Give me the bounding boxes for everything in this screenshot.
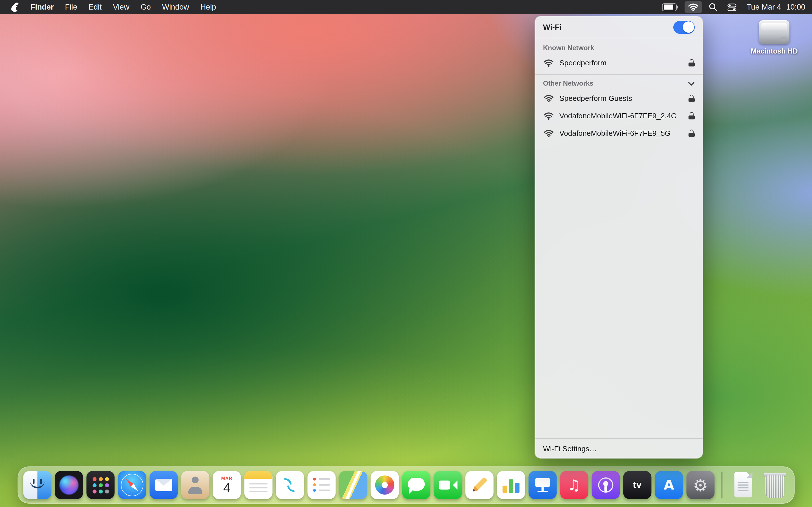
- clock-time: 10:00: [786, 3, 805, 11]
- menu-bar-left: FinderFileEditViewGoWindowHelp: [7, 0, 221, 14]
- music-note-icon: ♫: [560, 471, 589, 499]
- video-camera-icon: [453, 481, 458, 490]
- dock-item-document[interactable]: [729, 471, 757, 499]
- tv-icon: tv: [623, 471, 652, 499]
- other-networks-header[interactable]: Other Networks: [535, 75, 703, 90]
- chevron-down-icon: [688, 78, 695, 89]
- app-menus: FinderFileEditViewGoWindowHelp: [24, 0, 221, 14]
- dock-item-contacts[interactable]: [181, 471, 209, 499]
- wifi-title-row: Wi-Fi: [535, 16, 703, 38]
- other-networks-label: Other Networks: [543, 79, 594, 87]
- dock-item-keynote[interactable]: [529, 471, 557, 499]
- menu-bar: FinderFileEditViewGoWindowHelp Tue Mar 4…: [0, 0, 812, 14]
- network-name: VodafoneMobileWiFi-6F7FE9_5G: [559, 129, 670, 137]
- siri-orb-icon: [59, 475, 79, 495]
- lock-icon: [689, 129, 695, 137]
- dock-item-facetime[interactable]: [434, 471, 462, 499]
- battery-nub: [677, 5, 678, 8]
- dock-item-appstore[interactable]: A: [655, 471, 683, 499]
- dock-item-settings[interactable]: ⚙: [687, 471, 715, 499]
- dock-item-messages[interactable]: [402, 471, 430, 499]
- dock-item-pages[interactable]: [465, 471, 494, 499]
- network-row-speedperform-guests[interactable]: Speedperform Guests: [535, 90, 703, 107]
- spotlight-search-icon[interactable]: [705, 1, 721, 13]
- color-pinwheel-icon: [382, 482, 388, 488]
- lock-icon: [689, 59, 695, 66]
- apple-logo-icon[interactable]: [10, 2, 19, 12]
- network-row-vodafonemobilewifi-6f7fe9-2-4g[interactable]: VodafoneMobileWiFi-6F7FE9_2.4G: [535, 107, 703, 124]
- trash-basket-icon: [765, 475, 784, 498]
- known-network-header: Known Network: [535, 38, 703, 54]
- toggle-knob-icon: [682, 21, 694, 33]
- dock-item-notes[interactable]: [245, 471, 273, 499]
- dock-item-mail[interactable]: [150, 471, 178, 499]
- dock-item-podcasts[interactable]: [592, 471, 620, 499]
- macos-desktop: FinderFileEditViewGoWindowHelp Tue Mar 4…: [0, 0, 812, 507]
- map-icon: [345, 471, 361, 499]
- wifi-icon: [543, 59, 554, 67]
- network-row-speedperform[interactable]: Speedperform: [535, 54, 703, 71]
- dock-item-siri[interactable]: [55, 471, 83, 499]
- menu-item-help[interactable]: Help: [195, 3, 222, 11]
- menu-item-finder[interactable]: Finder: [25, 3, 59, 11]
- menu-item-view[interactable]: View: [107, 3, 135, 11]
- dock-item-finder[interactable]: [23, 471, 52, 499]
- menu-item-window[interactable]: Window: [156, 3, 195, 11]
- dock-divider: [721, 471, 722, 499]
- wifi-icon: [543, 129, 554, 137]
- known-network-list: Speedperform: [535, 54, 703, 71]
- dock-item-maps[interactable]: [339, 471, 367, 499]
- dock-item-freeform[interactable]: [276, 471, 304, 499]
- dock-item-safari[interactable]: [118, 471, 146, 499]
- network-row-vodafonemobilewifi-6f7fe9-5g[interactable]: VodafoneMobileWiFi-6F7FE9_5G: [535, 124, 703, 142]
- calendar-page-icon: 4: [223, 481, 231, 495]
- person-silhouette-icon: [192, 476, 199, 483]
- pen-icon: [471, 477, 488, 493]
- dock-item-numbers[interactable]: [497, 471, 525, 499]
- wifi-settings-label: Wi-Fi Settings…: [543, 444, 597, 453]
- envelope-icon: [155, 479, 172, 491]
- desktop-volume-macintosh-hd[interactable]: Macintosh HD: [748, 20, 800, 55]
- dock-item-calendar[interactable]: MAR4: [213, 471, 241, 499]
- dock: MAR4♫tvA⚙: [18, 466, 795, 504]
- dock-item-music[interactable]: ♫: [560, 471, 589, 499]
- battery-shape: [662, 3, 677, 11]
- document-icon: [738, 482, 748, 483]
- control-center-icon[interactable]: [724, 1, 740, 13]
- menu-bar-status: Tue Mar 410:00: [659, 1, 805, 13]
- wifi-menu-icon[interactable]: [684, 1, 702, 13]
- dock-item-tv[interactable]: tv: [623, 471, 652, 499]
- dock-item-photos[interactable]: [371, 471, 399, 499]
- app-store-a-icon: A: [655, 471, 683, 499]
- menu-item-go[interactable]: Go: [135, 3, 156, 11]
- menu-item-file[interactable]: File: [59, 3, 83, 11]
- menu-bar-clock[interactable]: Tue Mar 410:00: [747, 3, 805, 11]
- dock-item-launchpad[interactable]: [87, 471, 115, 499]
- video-camera-icon: [439, 481, 450, 490]
- battery-fill: [663, 4, 673, 10]
- lock-icon: [689, 112, 695, 119]
- hard-drive-icon: [759, 20, 790, 44]
- wifi-popover-title: Wi-Fi: [543, 23, 562, 31]
- gear-icon: ⚙: [687, 471, 715, 499]
- app-grid-icon: [93, 477, 97, 481]
- checklist-icon: [313, 478, 316, 481]
- speech-bubble-icon: [409, 489, 414, 494]
- battery-icon[interactable]: [659, 1, 681, 13]
- volume-label: Macintosh HD: [751, 47, 798, 55]
- person-silhouette-icon: [188, 487, 202, 494]
- other-network-list: Speedperform GuestsVodafoneMobileWiFi-6F…: [535, 90, 703, 142]
- wifi-icon: [543, 94, 554, 103]
- clock-date: Tue Mar 4: [747, 3, 781, 11]
- wifi-settings-button[interactable]: Wi-Fi Settings…: [535, 439, 703, 458]
- dock-item-reminders[interactable]: [308, 471, 336, 499]
- bar-chart-icon: [515, 483, 520, 493]
- checklist-icon: [319, 478, 330, 480]
- wifi-popover: Wi-Fi Known Network Speedperform Other N…: [535, 16, 703, 459]
- envelope-icon: [155, 479, 172, 486]
- document-icon: [747, 472, 752, 478]
- bar-chart-icon: [509, 480, 513, 493]
- menu-item-edit[interactable]: Edit: [83, 3, 107, 11]
- wifi-toggle[interactable]: [673, 20, 695, 34]
- dock-item-trash[interactable]: [761, 471, 789, 499]
